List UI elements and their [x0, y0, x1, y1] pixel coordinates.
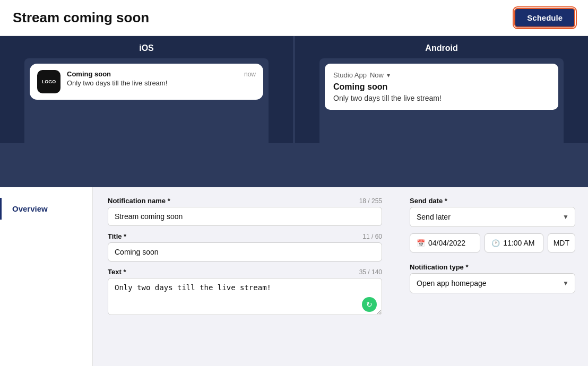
- android-app-name: Studio App: [333, 71, 367, 79]
- ios-notif-body: Only two days till the live stream!: [67, 79, 256, 87]
- ios-notif-time: now: [244, 71, 256, 78]
- text-label-row: Text * 35 / 140: [108, 268, 382, 276]
- android-preview-bottom: [295, 143, 588, 187]
- notification-name-field-group: Notification name * 18 / 255: [108, 197, 382, 226]
- notification-type-label-row: Notification type *: [410, 263, 575, 271]
- title-label-row: Title * 11 / 60: [108, 232, 382, 240]
- sidebar-item-overview[interactable]: Overview: [0, 198, 92, 220]
- text-field-group: Text * 35 / 140 ↻: [108, 268, 382, 317]
- title-counter: 11 / 60: [362, 233, 382, 240]
- text-textarea[interactable]: [108, 278, 382, 315]
- clock-icon: 🕐: [491, 239, 500, 247]
- send-date-select[interactable]: Send later Send now Scheduled: [410, 207, 575, 227]
- text-counter: 35 / 140: [359, 268, 382, 276]
- notification-type-field-group: Notification type * Open app homepage Op…: [410, 263, 575, 293]
- ios-notif-content: Coming soon now Only two days till the l…: [67, 70, 256, 87]
- page-title: Stream coming soon: [13, 10, 149, 26]
- android-phone-screen: Studio App Now ▾ Coming soon Only two da…: [319, 58, 564, 143]
- header: Stream coming soon Schedule: [0, 0, 588, 36]
- send-date-label: Send date *: [410, 197, 447, 205]
- send-date-field-group: Send date * Send later Send now Schedule…: [410, 197, 575, 227]
- send-date-select-wrapper: Send later Send now Scheduled ▼: [410, 207, 575, 227]
- time-value: 11:00 AM: [503, 239, 534, 247]
- notification-type-select[interactable]: Open app homepage Open URL Open screen: [410, 273, 575, 293]
- date-field[interactable]: 📅 04/04/2022: [410, 233, 480, 252]
- ios-notification-card: LOGO Coming soon now Only two days till …: [30, 64, 263, 100]
- title-label: Title *: [108, 232, 126, 240]
- ios-notif-title: Coming soon: [67, 70, 111, 78]
- preview-area: iOS LOGO Coming soon now Only two days t…: [0, 36, 588, 187]
- text-label: Text *: [108, 268, 126, 276]
- title-input[interactable]: [108, 242, 382, 262]
- title-field-group: Title * 11 / 60: [108, 232, 382, 262]
- notification-type-label: Notification type *: [410, 263, 469, 271]
- android-preview-panel: Android Studio App Now ▾ Coming soon Onl…: [293, 36, 588, 187]
- ios-phone-screen: LOGO Coming soon now Only two days till …: [24, 58, 269, 143]
- sidebar: Overview: [0, 187, 93, 366]
- app-logo: LOGO: [37, 70, 60, 93]
- notification-type-select-wrapper: Open app homepage Open URL Open screen ▼: [410, 273, 575, 293]
- send-date-label-row: Send date *: [410, 197, 575, 205]
- date-value: 04/04/2022: [428, 239, 465, 247]
- android-notif-title: Coming soon: [333, 82, 550, 92]
- timezone-label: MDT: [548, 233, 575, 252]
- schedule-button[interactable]: Schedule: [514, 8, 575, 28]
- notification-name-counter: 18 / 255: [359, 197, 382, 205]
- ios-preview-bottom: [0, 143, 293, 187]
- time-field[interactable]: 🕐 11:00 AM: [485, 233, 543, 252]
- form-area: Overview Notification name * 18 / 255 Ti…: [0, 187, 588, 366]
- datetime-row: 📅 04/04/2022 🕐 11:00 AM MDT: [410, 233, 575, 252]
- notification-name-label: Notification name *: [108, 197, 170, 205]
- android-chevron-icon: ▾: [387, 72, 390, 79]
- android-notif-body: Only two days till the live stream!: [333, 94, 550, 102]
- ios-preview-panel: iOS LOGO Coming soon now Only two days t…: [0, 36, 293, 187]
- refresh-icon[interactable]: ↻: [362, 297, 377, 312]
- android-panel-label: Android: [295, 36, 588, 58]
- notification-name-label-row: Notification name * 18 / 255: [108, 197, 382, 205]
- notification-name-input[interactable]: [108, 207, 382, 226]
- form-left: Notification name * 18 / 255 Title * 11 …: [93, 187, 397, 366]
- calendar-icon: 📅: [417, 239, 425, 247]
- text-textarea-wrapper: ↻: [108, 278, 382, 317]
- form-right: Send date * Send later Send now Schedule…: [397, 187, 588, 366]
- android-app-row: Studio App Now ▾: [333, 71, 550, 79]
- android-now-label: Now: [370, 71, 384, 79]
- ios-panel-label: iOS: [0, 36, 293, 58]
- android-notification-card: Studio App Now ▾ Coming soon Only two da…: [325, 64, 558, 110]
